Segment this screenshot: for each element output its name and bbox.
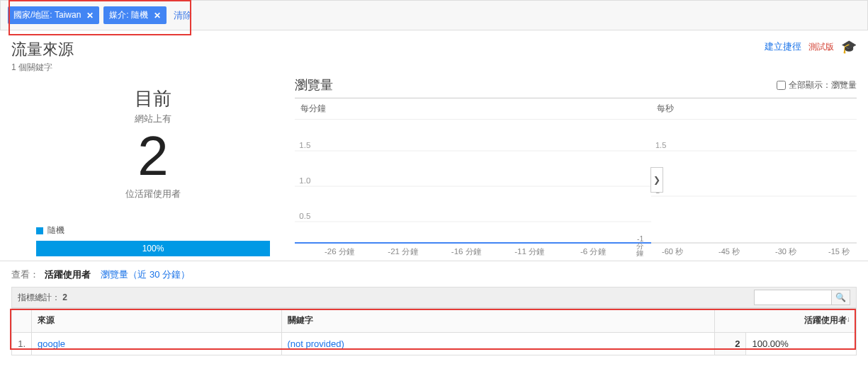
metric-total-bar: 指標總計： 2 🔍 [11, 287, 857, 308]
traffic-share-percent: 100% [36, 241, 270, 256]
close-icon[interactable]: ✕ [86, 11, 94, 21]
view-active-users[interactable]: 活躍使用者 [45, 269, 91, 280]
site-has-label: 網站上有 [135, 113, 171, 125]
chart-per-minute-title: 每分鐘 [295, 98, 651, 120]
svg-text:鐘: 鐘 [636, 249, 643, 257]
chart-expand-button[interactable]: ❯ [650, 167, 663, 193]
active-user-count: 2 [137, 128, 168, 183]
svg-text:-6 分鐘: -6 分鐘 [580, 247, 606, 256]
chart-per-second-svg: 1.5 1 -60 秒 -45 秒 -30 秒 -15 秒 [651, 120, 857, 258]
row-percent: 100.00% [746, 333, 857, 355]
row-index: 1. [12, 333, 32, 355]
col-keyword[interactable]: 關鍵字 [281, 309, 714, 333]
svg-text:-21 分鐘: -21 分鐘 [388, 247, 417, 256]
table-row[interactable]: 1. google (not provided) 2 100.00% [12, 333, 857, 355]
filter-chip-label: 媒介: 隨機 [109, 9, 148, 21]
view-label: 查看： [11, 269, 39, 280]
pageviews-title: 瀏覽量 [295, 76, 333, 93]
svg-text:-16 分鐘: -16 分鐘 [451, 247, 481, 256]
search-button[interactable]: 🔍 [832, 290, 850, 305]
search-input[interactable] [754, 290, 832, 305]
legend-organic: 隨機 [36, 224, 270, 237]
close-icon[interactable]: ✕ [154, 11, 161, 21]
row-users: 2 [715, 333, 746, 355]
sort-descending-icon: ↓ [847, 314, 851, 323]
traffic-table: 來源 關鍵字 活躍使用者 ↓ 1. google (not provided) … [11, 308, 857, 355]
filter-chip-medium[interactable]: 媒介: 隨機 ✕ [103, 6, 167, 24]
chart-per-second-title: 每秒 [651, 98, 857, 120]
svg-text:-15 秒: -15 秒 [828, 247, 850, 256]
legend-label: 隨機 [47, 224, 64, 237]
education-icon[interactable]: 🎓 [841, 39, 857, 55]
chevron-right-icon: ❯ [653, 175, 660, 185]
metric-total-value: 2 [62, 292, 67, 302]
svg-text:-60 秒: -60 秒 [662, 247, 683, 256]
keyword-link[interactable]: (not provided) [288, 338, 344, 349]
clear-filters-link[interactable]: 清除 [174, 9, 192, 22]
svg-text:-26 分鐘: -26 分鐘 [325, 247, 354, 256]
chart-per-minute: 每分鐘 1.5 1.0 0.5 -26 分鐘 -21 分鐘 -16 分鐘 -11… [295, 98, 651, 261]
now-label: 目前 [135, 86, 171, 111]
svg-text:-11 分鐘: -11 分鐘 [514, 247, 544, 256]
page-title: 流量來源 [11, 39, 74, 60]
svg-text:1.5: 1.5 [299, 141, 310, 149]
chart-per-minute-svg: 1.5 1.0 0.5 -26 分鐘 -21 分鐘 -16 分鐘 -11 分鐘 … [295, 120, 651, 258]
col-active-users-label: 活躍使用者 [804, 315, 847, 325]
svg-text:1.0: 1.0 [299, 176, 310, 185]
page-header: 流量來源 1 個關鍵字 建立捷徑 測試版 🎓 [0, 30, 868, 76]
col-source[interactable]: 來源 [32, 309, 282, 333]
create-shortcut-link[interactable]: 建立捷徑 [765, 40, 801, 53]
traffic-share-bar: 100% [36, 241, 270, 256]
svg-text:-30 秒: -30 秒 [775, 247, 796, 256]
legend-color-swatch [36, 227, 43, 234]
svg-text:0.5: 0.5 [299, 212, 310, 220]
chart-per-second: ❯ 每秒 1.5 1 -60 秒 -45 秒 -30 秒 -15 秒 [651, 98, 857, 261]
view-pageviews-link[interactable]: 瀏覽量（近 30 分鐘） [101, 269, 190, 280]
active-users-label: 位活躍使用者 [125, 188, 181, 200]
col-index [12, 309, 32, 333]
show-all-label: 全部顯示：瀏覽量 [789, 79, 857, 91]
realtime-summary: 目前 網站上有 2 位活躍使用者 隨機 100% [11, 76, 295, 261]
show-all-toggle[interactable]: 全部顯示：瀏覽量 [777, 79, 857, 91]
filter-chip-country[interactable]: 國家/地區: Taiwan ✕ [8, 6, 99, 24]
show-all-checkbox[interactable] [777, 81, 786, 90]
svg-text:1.5: 1.5 [655, 141, 666, 149]
filter-chip-label: 國家/地區: Taiwan [13, 9, 81, 21]
view-toggle-row: 查看： 活躍使用者 瀏覽量（近 30 分鐘） [0, 261, 868, 281]
page-subtitle: 1 個關鍵字 [11, 62, 74, 74]
beta-badge: 測試版 [808, 41, 834, 53]
metric-total-label: 指標總計： [18, 292, 60, 302]
search-icon: 🔍 [835, 292, 846, 302]
source-link[interactable]: google [38, 338, 65, 349]
svg-text:-45 秒: -45 秒 [718, 247, 740, 256]
filter-bar: 國家/地區: Taiwan ✕ 媒介: 隨機 ✕ 清除 [0, 0, 868, 30]
col-active-users[interactable]: 活躍使用者 ↓ [715, 309, 857, 333]
